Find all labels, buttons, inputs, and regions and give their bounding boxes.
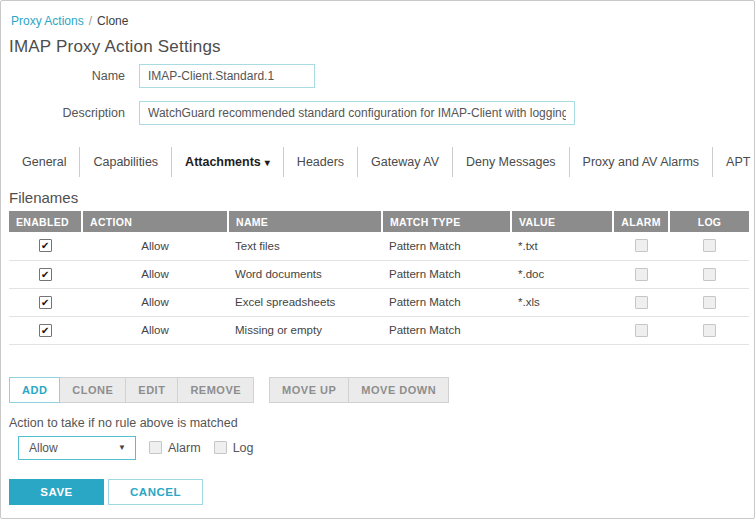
cell-match-type: Pattern Match — [382, 260, 511, 288]
default-alarm-checkbox[interactable]: ✔ — [149, 441, 162, 454]
enabled-checkbox[interactable]: ✔ — [39, 324, 52, 337]
tab-bar: General Capabilities Attachments▾ Header… — [9, 147, 754, 177]
toolbar-gap — [254, 377, 269, 403]
clone-button[interactable]: CLONE — [59, 377, 126, 403]
log-option: ✔ Log — [214, 441, 254, 455]
edit-button[interactable]: EDIT — [125, 377, 178, 403]
tab-attachments[interactable]: Attachments▾ — [172, 147, 284, 177]
log-checkbox[interactable]: ✔ — [703, 239, 716, 252]
default-action-select[interactable]: Allow ▼ — [18, 436, 136, 460]
tab-deny-messages[interactable]: Deny Messages — [453, 147, 570, 177]
footer-actions: SAVE CANCEL — [9, 479, 754, 505]
cell-match-type: Pattern Match — [382, 316, 511, 344]
tab-attachments-label: Attachments — [185, 155, 261, 169]
cell-name: Text files — [228, 232, 382, 260]
check-icon: ✔ — [41, 240, 49, 251]
alarm-checkbox[interactable]: ✔ — [635, 268, 648, 281]
tab-gateway-av[interactable]: Gateway AV — [358, 147, 453, 177]
cell-name: Missing or empty — [228, 316, 382, 344]
col-header-name: NAME — [228, 211, 382, 232]
cell-name: Word documents — [228, 260, 382, 288]
filenames-table: ENABLED ACTION NAME MATCH TYPE VALUE ALA… — [9, 211, 749, 345]
breadcrumb-separator: / — [89, 14, 92, 28]
cell-action: Allow — [82, 288, 228, 316]
description-input[interactable] — [139, 101, 575, 125]
save-button[interactable]: SAVE — [9, 479, 104, 505]
selected-option: Allow — [29, 441, 58, 455]
enabled-checkbox[interactable]: ✔ — [39, 296, 52, 309]
add-button[interactable]: ADD — [9, 377, 60, 403]
col-header-log: LOG — [669, 211, 749, 232]
breadcrumb-current: Clone — [97, 14, 128, 28]
alarm-option: ✔ Alarm — [149, 441, 201, 455]
name-input[interactable] — [139, 64, 315, 88]
enabled-checkbox[interactable]: ✔ — [39, 268, 52, 281]
alarm-checkbox[interactable]: ✔ — [635, 324, 648, 337]
select-arrow-icon: ▼ — [118, 443, 126, 452]
check-icon: ✔ — [41, 325, 49, 336]
log-checkbox-label: Log — [233, 441, 254, 455]
col-header-action: ACTION — [82, 211, 228, 232]
cell-value: *.xls — [511, 288, 613, 316]
default-action-label: Action to take if no rule above is match… — [9, 416, 754, 430]
cell-action: Allow — [82, 260, 228, 288]
imap-proxy-settings-page: Proxy Actions/Clone IMAP Proxy Action Se… — [0, 0, 755, 519]
col-header-alarm: ALARM — [613, 211, 669, 232]
cancel-button[interactable]: CANCEL — [108, 479, 203, 505]
remove-button[interactable]: REMOVE — [177, 377, 254, 403]
cell-value — [511, 316, 613, 344]
breadcrumb-link-proxy-actions[interactable]: Proxy Actions — [11, 14, 84, 28]
tab-capabilities[interactable]: Capabilities — [80, 147, 172, 177]
move-up-button[interactable]: MOVE UP — [269, 377, 349, 403]
cell-match-type: Pattern Match — [382, 232, 511, 260]
log-checkbox[interactable]: ✔ — [703, 324, 716, 337]
name-row: Name — [1, 64, 754, 88]
enabled-checkbox[interactable]: ✔ — [39, 239, 52, 252]
table-row[interactable]: ✔ Allow Excel spreadsheets Pattern Match… — [9, 288, 749, 316]
description-label: Description — [1, 106, 139, 120]
cell-value: *.doc — [511, 260, 613, 288]
move-down-button[interactable]: MOVE DOWN — [348, 377, 449, 403]
rule-toolbar: ADD CLONE EDIT REMOVE MOVE UP MOVE DOWN — [9, 377, 754, 403]
table-header-row: ENABLED ACTION NAME MATCH TYPE VALUE ALA… — [9, 211, 749, 232]
cell-name: Excel spreadsheets — [228, 288, 382, 316]
breadcrumb: Proxy Actions/Clone — [11, 14, 754, 28]
col-header-match-type: MATCH TYPE — [382, 211, 511, 232]
col-header-enabled: ENABLED — [9, 211, 82, 232]
description-row: Description — [1, 101, 754, 125]
check-icon: ✔ — [41, 269, 49, 280]
cell-match-type: Pattern Match — [382, 288, 511, 316]
alarm-checkbox[interactable]: ✔ — [635, 239, 648, 252]
check-icon: ✔ — [41, 297, 49, 308]
table-row[interactable]: ✔ Allow Missing or empty Pattern Match ✔… — [9, 316, 749, 344]
tab-general[interactable]: General — [9, 147, 80, 177]
tab-apt-blocker[interactable]: APT Blocker — [713, 147, 755, 177]
cell-value: *.txt — [511, 232, 613, 260]
section-title-filenames: Filenames — [9, 189, 754, 206]
tab-headers[interactable]: Headers — [284, 147, 358, 177]
log-checkbox[interactable]: ✔ — [703, 296, 716, 309]
page-title: IMAP Proxy Action Settings — [9, 37, 754, 57]
default-action-row: Allow ▼ ✔ Alarm ✔ Log — [18, 436, 754, 460]
cell-action: Allow — [82, 316, 228, 344]
cell-action: Allow — [82, 232, 228, 260]
default-log-checkbox[interactable]: ✔ — [214, 441, 227, 454]
log-checkbox[interactable]: ✔ — [703, 268, 716, 281]
tab-proxy-and-av-alarms[interactable]: Proxy and AV Alarms — [570, 147, 714, 177]
name-label: Name — [1, 69, 139, 83]
table-row[interactable]: ✔ Allow Word documents Pattern Match *.d… — [9, 260, 749, 288]
alarm-checkbox[interactable]: ✔ — [635, 296, 648, 309]
col-header-value: VALUE — [511, 211, 613, 232]
tab-dropdown-arrow-icon: ▾ — [265, 157, 270, 168]
table-row[interactable]: ✔ Allow Text files Pattern Match *.txt ✔… — [9, 232, 749, 260]
alarm-checkbox-label: Alarm — [168, 441, 201, 455]
